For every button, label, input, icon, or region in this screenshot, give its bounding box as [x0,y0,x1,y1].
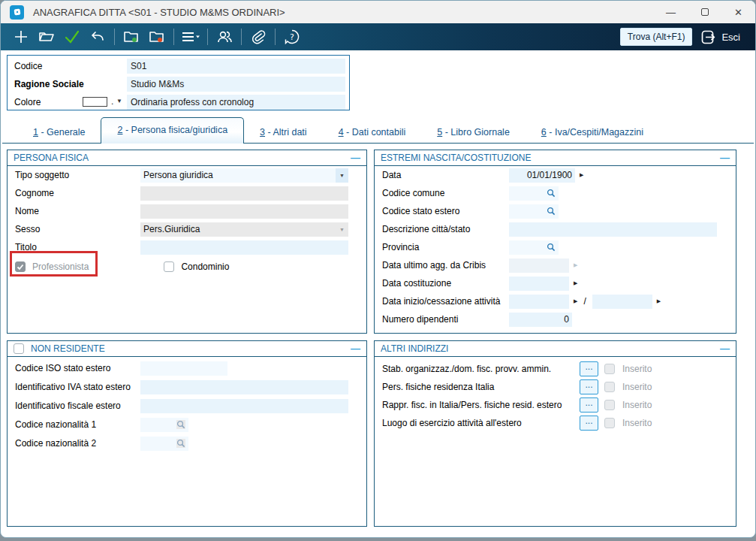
indirizzo-row: Pers. fisiche residenza Italia ... Inser… [382,379,730,395]
codice-nazionalita2-row: Codice nazionalità 2 [15,436,360,451]
new-icon[interactable] [8,26,34,48]
exit-button[interactable]: Esci [701,30,740,44]
tipo-soggetto-select[interactable]: Persona giuridica ▼ [140,168,348,183]
window-title: ANAGRAFICA DITTA <S01 - STUDIO M&MS ORDI… [33,7,285,18]
collapse-icon[interactable]: — [720,345,730,352]
data-field[interactable]: 01/01/1900 [509,168,575,183]
non-residente-checkbox[interactable] [14,343,24,354]
codice-nazionalita1-field[interactable] [140,418,188,432]
search-icon[interactable] [547,189,556,198]
codice-comune-field[interactable] [509,186,559,201]
ragione-sociale-label: Ragione Sociale [14,79,84,89]
toolbar-separator [114,29,115,45]
codice-nazionalita1-row: Codice nazionalità 1 [15,417,360,432]
nome-row: Nome [15,204,360,219]
toolbar-separator [241,29,242,45]
undo-icon[interactable] [85,26,110,48]
date-picker-icon: ▶ [574,262,577,268]
codice-field[interactable]: S01 [127,59,345,74]
find-button[interactable]: Trova (Alt+F1) [620,28,693,46]
svg-text:?: ? [290,32,294,42]
browse-button[interactable]: ... [580,416,598,431]
company-header-box: Codice S01 Ragione Sociale Studio M&Ms C… [7,55,350,110]
users-icon[interactable] [212,26,237,48]
date-picker-icon[interactable]: ▶ [574,298,577,304]
maximize-button[interactable] [688,1,721,23]
identificativo-iva-field[interactable] [140,380,348,394]
condominio-checkbox[interactable] [164,261,174,272]
toolbar-separator [207,29,208,45]
open-folder-icon[interactable] [34,26,59,48]
exit-label: Esci [721,32,740,43]
data-cessazione-field[interactable] [592,295,652,309]
folder-import-icon[interactable] [119,26,144,48]
date-picker-icon[interactable]: ▶ [657,298,661,304]
colore-label: Colore [14,97,41,107]
inserito-checkbox [604,418,615,428]
tab-libro-giornale[interactable]: 5 - Libro Giornale [421,122,526,143]
numero-dipendenti-field[interactable]: 0 [509,313,572,327]
search-icon[interactable] [176,420,185,429]
app-logo-icon [10,5,24,20]
tab-generale[interactable]: 1 - Generale [17,122,101,143]
color-dot: . [111,96,113,107]
codice-iso-row: Codice ISO stato estero [15,361,360,376]
date-picker-icon[interactable]: ▶ [574,280,577,286]
ragione-sociale-field[interactable]: Studio M&Ms [127,77,345,92]
provincia-field[interactable] [509,240,559,255]
indirizzo-row: Luogo di esercizio attività all'estero .… [382,415,730,431]
close-button[interactable]: ✕ [721,1,755,23]
chevron-down-icon[interactable]: ▼ [336,168,348,183]
titlebar: ANAGRAFICA DITTA <S01 - STUDIO M&MS ORDI… [1,1,755,23]
panel-non-residente-title: NON RESIDENTE [31,343,105,354]
codice-iso-field[interactable] [140,361,227,376]
browse-button[interactable]: ... [580,397,598,413]
cribis-row: Data ultimo agg. da Cribis ▶ [382,258,730,273]
sesso-select: Pers.Giuridica ▼ [140,222,348,237]
data-costituzione-field[interactable] [509,277,569,291]
indirizzo-row: Stab. organizzaz./dom. fisc. provv. ammi… [382,361,730,377]
panel-non-residente: NON RESIDENTE — Codice ISO stato estero … [7,340,367,527]
codice-nazionalita2-field[interactable] [140,437,188,451]
codice-stato-estero-field[interactable] [509,204,559,219]
data-costituzione-row: Data costituzione ▶ [382,276,730,291]
nome-field [140,204,348,219]
tipo-soggetto-row: Tipo soggetto Persona giuridica ▼ [15,168,360,183]
cribis-field [509,258,569,273]
collapse-icon[interactable]: — [351,154,360,162]
browse-button[interactable]: ... [580,379,598,394]
attachment-icon[interactable] [245,26,271,48]
browse-button[interactable]: ... [580,361,598,376]
folder-export-icon[interactable] [144,26,170,48]
sesso-row: Sesso Pers.Giuridica ▼ [15,222,360,237]
search-icon[interactable] [176,439,185,448]
tipo-gestione-field[interactable]: Ordinaria profess con cronolog [127,95,345,110]
descrizione-citta-field[interactable] [509,222,717,237]
tab-dati-contabili[interactable]: 4 - Dati contabili [323,122,422,143]
confirm-check-icon[interactable] [59,26,85,48]
data-inizio-field[interactable] [509,295,569,309]
inserito-label: Inserito [622,418,652,428]
date-picker-icon[interactable]: ▶ [580,172,583,178]
color-swatch[interactable] [83,97,107,107]
tab-iva-cespiti-magazzini[interactable]: 6 - Iva/Cespiti/Magazzini [526,122,659,143]
identificativo-fiscale-field[interactable] [140,399,348,413]
condominio-label: Condominio [181,261,229,272]
menu-icon[interactable] [178,26,203,48]
codice-stato-estero-row: Codice stato estero [382,204,730,219]
chevron-down-icon: ▼ [336,222,348,237]
collapse-icon[interactable]: — [351,345,360,352]
tab-altri-dati[interactable]: 3 - Altri dati [244,122,323,143]
panel-altri-indirizzi-title: ALTRI INDIRIZZI [381,343,448,354]
help-icon[interactable]: ? [279,26,305,48]
search-icon[interactable] [547,243,556,252]
search-icon[interactable] [547,207,556,216]
color-dropdown-icon[interactable]: ▼ [116,98,122,104]
tab-persona-fisica-giuridica[interactable]: 2 - Persona fisica/giuridica [101,117,244,144]
minimize-button[interactable]: — [654,1,688,23]
exit-icon [701,30,717,44]
colore-row: Colore . ▼ Ordinaria profess con cronolo… [10,94,347,111]
collapse-icon[interactable]: — [720,154,730,162]
identificativo-iva-row: Identificativo IVA stato estero [15,379,360,394]
titolo-field[interactable] [140,240,348,255]
